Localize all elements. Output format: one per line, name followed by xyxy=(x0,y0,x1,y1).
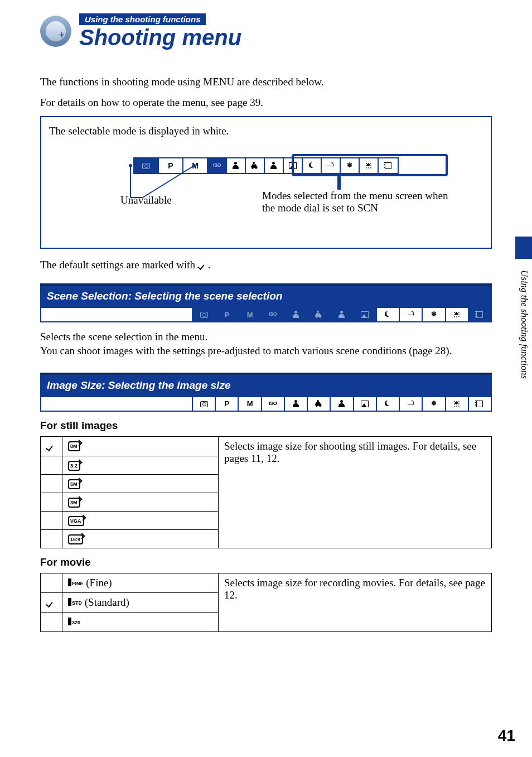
size-icon: 5M xyxy=(68,479,80,489)
fireworks-icon xyxy=(446,308,469,321)
snow-icon xyxy=(423,308,446,321)
twilight-icon xyxy=(377,308,400,321)
side-tab: Using the shooting functions xyxy=(515,237,532,493)
default-marker-note: The default settings are marked with . xyxy=(40,259,492,271)
default-note-post: . xyxy=(208,259,211,271)
movie-icon-cell: 320 xyxy=(62,612,219,631)
iso-mode: ISO xyxy=(262,308,285,321)
table-row: 8MSelects image size for shooting still … xyxy=(41,436,492,456)
size-icon-cell: 8M xyxy=(62,436,219,456)
check-icon xyxy=(46,442,56,450)
default-cell xyxy=(41,529,62,548)
snow-icon xyxy=(341,158,360,173)
twilight-portrait-icon xyxy=(331,397,354,411)
svg-point-3 xyxy=(129,164,132,167)
m-mode: M xyxy=(239,397,262,411)
size-icon: 16:9 xyxy=(68,534,83,544)
mode-box-caption: The selectable mode is displayed in whit… xyxy=(49,125,483,137)
p-mode: P xyxy=(159,158,183,173)
side-tab-marker xyxy=(515,237,532,259)
beach-icon xyxy=(400,308,423,321)
default-cell xyxy=(41,474,62,493)
landscape-icon xyxy=(354,397,377,411)
sports-icon xyxy=(308,308,331,321)
movie-size-icon: FINE xyxy=(68,578,84,586)
sports-icon xyxy=(308,397,331,411)
page-title: Shooting menu xyxy=(79,26,241,49)
default-cell xyxy=(41,573,62,592)
size-icon-cell: 3:2 xyxy=(62,456,219,474)
m-mode: M xyxy=(239,308,262,321)
image-size-bar: Image Size: Selecting the image size xyxy=(40,373,492,396)
side-tab-label: Using the shooting functions xyxy=(519,270,530,379)
portrait-icon xyxy=(285,308,308,321)
default-cell xyxy=(41,612,62,631)
movie-image-size-table: FINE (Fine)Selects image size for record… xyxy=(40,573,492,632)
size-icon-cell: 5M xyxy=(62,474,219,493)
movie-icon xyxy=(379,158,398,173)
image-size-ability-strip: PMISO xyxy=(40,396,492,412)
movie-icon-cell: FINE (Fine) xyxy=(62,573,219,592)
size-icon: 8M xyxy=(68,441,80,451)
scene-selection-bar: Scene Selection: Selecting the scene sel… xyxy=(40,283,492,307)
auto-icon xyxy=(193,308,216,321)
twilight-icon xyxy=(377,397,400,411)
iso-mode: ISO xyxy=(208,158,227,173)
mode-strip: PMISO xyxy=(133,157,399,174)
fireworks-icon xyxy=(446,397,469,411)
movie-subhead: For movie xyxy=(40,556,492,568)
size-icon-cell: 16:9 xyxy=(62,529,219,548)
still-description: Selects image size for shooting still im… xyxy=(219,436,492,548)
default-cell xyxy=(41,493,62,511)
movie-icon xyxy=(469,397,491,411)
size-icon: VGA xyxy=(68,516,84,526)
landscape-icon xyxy=(354,308,377,321)
section-icon xyxy=(40,16,71,47)
movie-size-icon: STD xyxy=(68,598,82,606)
page-header: Using the shooting functions Shooting me… xyxy=(40,13,492,49)
default-cell xyxy=(41,436,62,456)
iso-mode: ISO xyxy=(262,397,285,411)
movie-icon xyxy=(469,308,491,321)
check-icon xyxy=(198,261,208,269)
size-icon-cell: 3M xyxy=(62,493,219,511)
size-icon: 3M xyxy=(68,498,80,508)
portrait-icon xyxy=(285,397,308,411)
still-image-size-table: 8MSelects image size for shooting still … xyxy=(40,436,492,548)
auto-icon xyxy=(134,158,159,173)
twilight-icon xyxy=(303,158,322,173)
default-cell xyxy=(41,592,62,612)
scene-ability-strip: PMISO xyxy=(40,307,492,322)
intro-line-2: For details on how to operate the menu, … xyxy=(40,96,492,110)
movie-icon-cell: STD (Standard) xyxy=(62,592,219,612)
fireworks-icon xyxy=(360,158,379,173)
snow-icon xyxy=(423,397,446,411)
portrait-icon xyxy=(227,158,246,173)
movie-size-icon: 320 xyxy=(68,618,80,625)
beach-icon xyxy=(400,397,423,411)
p-mode: P xyxy=(216,308,239,321)
chapter-label: Using the shooting functions xyxy=(79,13,206,25)
movie-description: Selects image size for recording movies.… xyxy=(219,573,492,631)
table-row: FINE (Fine)Selects image size for record… xyxy=(41,573,492,592)
landscape-icon xyxy=(284,158,303,173)
scn-annotation: Modes selected from the menu screen when… xyxy=(262,190,463,214)
default-note-pre: The default settings are marked with xyxy=(40,259,198,271)
twilight-portrait-icon xyxy=(331,308,354,321)
default-cell xyxy=(41,511,62,529)
mode-explanation-box: The selectable mode is displayed in whit… xyxy=(40,116,492,249)
check-icon xyxy=(46,599,56,606)
twilight-portrait-icon xyxy=(265,158,284,173)
p-mode: P xyxy=(216,397,239,411)
intro-line-1: The functions in shooting mode using MEN… xyxy=(40,75,492,89)
beach-icon xyxy=(322,158,341,173)
size-icon-cell: VGA xyxy=(62,511,219,529)
size-icon: 3:2 xyxy=(68,461,80,471)
page-number: 41 xyxy=(498,727,515,745)
unavailable-annotation: Unavailable xyxy=(120,194,172,206)
sports-icon xyxy=(246,158,265,173)
scene-selection-body: Selects the scene selection in the menu.… xyxy=(40,330,492,358)
default-cell xyxy=(41,456,62,474)
m-mode: M xyxy=(183,158,208,173)
auto-icon xyxy=(193,397,216,411)
